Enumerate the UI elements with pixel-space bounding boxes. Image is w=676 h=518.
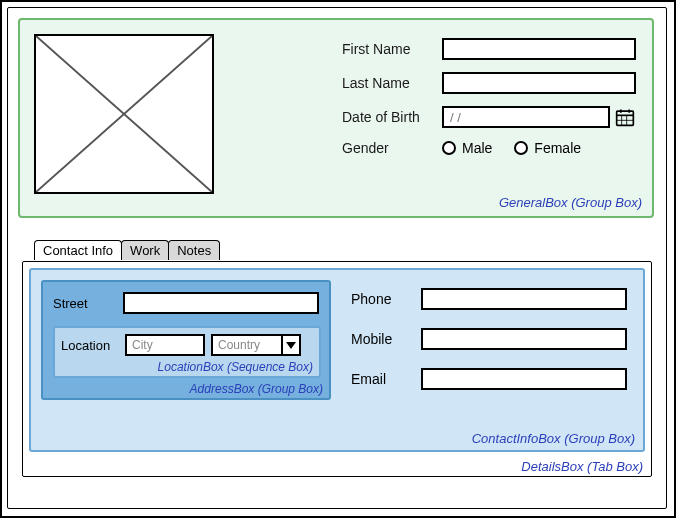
email-input[interactable] [421,368,627,390]
location-label: Location [61,338,119,353]
gender-label: Gender [342,140,442,156]
country-combo[interactable]: Country [211,334,301,356]
form-container: First Name Last Name Date of Birth / / G… [7,7,667,509]
gender-radio-group: Male Female [442,140,581,156]
radio-icon [514,141,528,155]
gender-female-radio[interactable]: Female [514,140,581,156]
country-dropdown-button[interactable] [281,334,301,356]
contact-info-box: Street Location City Country [29,268,645,452]
street-input[interactable] [123,292,319,314]
svg-rect-2 [617,111,634,125]
svg-marker-9 [286,342,296,349]
location-box-caption: LocationBox (Sequence Box) [158,360,313,374]
female-label: Female [534,140,581,156]
phone-input[interactable] [421,288,627,310]
last-name-input[interactable] [442,72,636,94]
tab-contact-info[interactable]: Contact Info [34,240,122,260]
gender-male-radio[interactable]: Male [442,140,492,156]
dob-label: Date of Birth [342,109,442,125]
general-box-caption: GeneralBox (Group Box) [499,195,642,210]
country-input[interactable]: Country [211,334,281,356]
phone-label: Phone [351,291,421,307]
details-box-caption: DetailsBox (Tab Box) [521,459,643,474]
address-box-caption: AddressBox (Group Box) [190,382,323,396]
window-frame: First Name Last Name Date of Birth / / G… [0,0,676,518]
last-name-label: Last Name [342,75,442,91]
city-input[interactable]: City [125,334,205,356]
email-label: Email [351,371,421,387]
tab-body: Street Location City Country [22,261,652,477]
radio-icon [442,141,456,155]
general-box: First Name Last Name Date of Birth / / G… [18,18,654,218]
first-name-label: First Name [342,41,442,57]
dob-input[interactable]: / / [442,106,610,128]
chevron-down-icon [286,340,296,350]
mobile-label: Mobile [351,331,421,347]
street-label: Street [53,296,123,311]
tab-notes[interactable]: Notes [168,240,220,260]
tab-work[interactable]: Work [121,240,169,260]
details-tabs: Contact Info Work Notes [34,240,219,260]
calendar-icon[interactable] [614,106,636,128]
mobile-input[interactable] [421,328,627,350]
picture-placeholder[interactable] [34,34,214,194]
location-box: Location City Country LocationBox (Seque… [53,326,321,378]
contact-box-caption: ContactInfoBox (Group Box) [472,431,635,446]
first-name-input[interactable] [442,38,636,60]
male-label: Male [462,140,492,156]
address-box: Street Location City Country [41,280,331,400]
